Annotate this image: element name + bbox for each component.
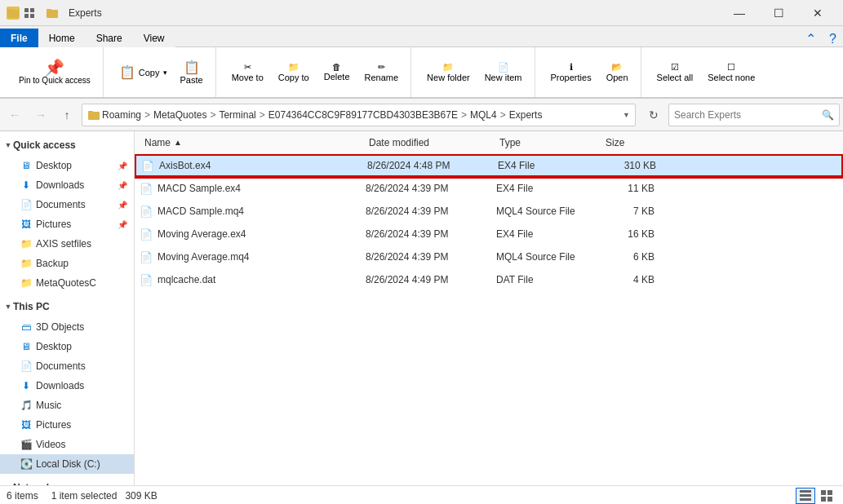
file-row-mqlcache[interactable]: 📄 mqlcache.dat 8/26/2024 4:49 PM DAT Fil… bbox=[135, 268, 843, 291]
file-row-macd-ex4[interactable]: 📄 MACD Sample.ex4 8/26/2024 4:39 PM EX4 … bbox=[135, 177, 843, 200]
crumb-roaming[interactable]: Roaming bbox=[102, 109, 141, 121]
ribbon: File Home Share View ⌃ ? 📌 Pin to Quick … bbox=[0, 26, 843, 99]
open-btn[interactable]: 📂 Open bbox=[601, 60, 634, 85]
col-header-name[interactable]: Name ▲ bbox=[138, 134, 362, 152]
close-button[interactable]: ✕ bbox=[799, 0, 836, 26]
pin-icon: 📌 bbox=[44, 60, 64, 76]
window-controls: — ☐ ✕ bbox=[721, 0, 836, 26]
newfolder-icon: 📁 bbox=[442, 62, 454, 73]
crumb-terminal[interactable]: Terminal bbox=[219, 109, 255, 121]
sidebar-item-pictures-pc[interactable]: 🖼 Pictures bbox=[0, 415, 134, 435]
title-bar: Experts — ☐ ✕ bbox=[0, 0, 843, 26]
tab-view[interactable]: View bbox=[133, 29, 175, 47]
search-box[interactable]: 🔍 bbox=[668, 104, 840, 126]
file-row-axisbot[interactable]: 📄 AxisBot.ex4 8/26/2024 4:48 PM EX4 File… bbox=[135, 154, 843, 177]
rename-btn[interactable]: ✏ Rename bbox=[359, 60, 405, 85]
tab-share[interactable]: Share bbox=[86, 29, 133, 47]
svg-rect-12 bbox=[800, 498, 811, 501]
sidebar-item-documents-quick[interactable]: 📄 Documents 📌 bbox=[0, 195, 134, 214]
crumb-experts[interactable]: Experts bbox=[509, 109, 543, 121]
minimize-button[interactable]: — bbox=[721, 0, 758, 26]
ma-mq4-filename: Moving Average.mq4 bbox=[158, 251, 250, 263]
file-row-ma-mq4[interactable]: 📄 Moving Average.mq4 8/26/2024 4:39 PM M… bbox=[135, 245, 843, 268]
title-folder-icon bbox=[46, 7, 59, 20]
svg-rect-11 bbox=[800, 494, 811, 497]
axisbot-size: 310 KB bbox=[597, 160, 663, 171]
macd-mq4-size: 7 KB bbox=[596, 206, 661, 217]
delete-btn[interactable]: 🗑 Delete bbox=[318, 60, 356, 85]
help-btn[interactable]: ? bbox=[823, 32, 843, 47]
network-header[interactable]: ► Network bbox=[0, 477, 134, 485]
sidebar-item-music[interactable]: 🎵 Music bbox=[0, 396, 134, 415]
this-pc-header[interactable]: ▼ This PC bbox=[0, 296, 134, 317]
copy-to-btn[interactable]: 📁 Copy to bbox=[273, 60, 315, 85]
this-pc-expander[interactable]: ▼ bbox=[3, 302, 13, 312]
macd-mq4-filename: MACD Sample.mq4 bbox=[158, 206, 244, 217]
sidebar-item-metaquotesc[interactable]: 📁 MetaQuotesC bbox=[0, 273, 134, 293]
address-chevron[interactable]: ▼ bbox=[623, 111, 630, 119]
new-item-btn[interactable]: 📄 New item bbox=[479, 60, 528, 85]
file-list-header: Name ▲ Date modified Type Size bbox=[135, 131, 843, 154]
file-list: 📄 AxisBot.ex4 8/26/2024 4:48 PM EX4 File… bbox=[135, 154, 843, 485]
tab-file[interactable]: File bbox=[0, 29, 38, 47]
delete-icon: 🗑 bbox=[332, 62, 341, 72]
select-none-btn[interactable]: ☐ Select none bbox=[702, 60, 761, 85]
crumb-metaquotes[interactable]: MetaQuotes bbox=[153, 109, 206, 121]
forward-button[interactable]: → bbox=[29, 104, 52, 126]
downloads-pc-icon: ⬇ bbox=[20, 379, 33, 392]
tab-home[interactable]: Home bbox=[38, 29, 86, 47]
axisbot-filename: AxisBot.ex4 bbox=[159, 160, 211, 171]
axis-folder-icon: 📁 bbox=[20, 237, 33, 250]
copy-btn[interactable]: 📋 Copy ▾ bbox=[113, 57, 173, 87]
sidebar-item-axis-setfiles[interactable]: 📁 AXIS setfiles bbox=[0, 234, 134, 254]
axisbot-file-icon: 📄 bbox=[140, 157, 156, 174]
select-all-btn[interactable]: ☑ Select all bbox=[651, 60, 699, 85]
pin-to-quick-access-btn[interactable]: 📌 Pin to Quick access bbox=[13, 57, 96, 87]
maximize-button[interactable]: ☐ bbox=[760, 0, 797, 26]
sidebar: ▼ Quick access 🖥 Desktop 📌 ⬇ Downloads 📌… bbox=[0, 131, 135, 485]
crumb-mql4[interactable]: MQL4 bbox=[470, 109, 497, 121]
sidebar-item-desktop-pc[interactable]: 🖥 Desktop bbox=[0, 337, 134, 356]
search-input[interactable] bbox=[674, 109, 819, 121]
crumb-hash[interactable]: E074364CC8C9F89177CBD4303BE3B67E bbox=[268, 109, 458, 121]
paste-btn[interactable]: 📋 Paste bbox=[175, 57, 209, 87]
ma-ex4-file-icon: 📄 bbox=[138, 226, 154, 242]
svg-rect-10 bbox=[800, 490, 811, 493]
move-to-btn[interactable]: ✂ Move to bbox=[226, 60, 269, 85]
sidebar-item-3dobjects[interactable]: 🗃 3D Objects bbox=[0, 317, 134, 337]
file-row-macd-mq4[interactable]: 📄 MACD Sample.mq4 8/26/2024 4:39 PM MQL4… bbox=[135, 200, 843, 223]
col-header-date[interactable]: Date modified bbox=[362, 134, 493, 152]
ribbon-group-new: 📁 New folder 📄 New item bbox=[415, 47, 535, 97]
sidebar-item-downloads-pc[interactable]: ⬇ Downloads bbox=[0, 376, 134, 396]
item-count: 6 items bbox=[7, 490, 38, 502]
network-expander[interactable]: ► bbox=[3, 483, 13, 485]
sidebar-item-downloads-quick[interactable]: ⬇ Downloads 📌 bbox=[0, 175, 134, 195]
sidebar-item-desktop[interactable]: 🖥 Desktop 📌 bbox=[0, 156, 134, 175]
col-header-size[interactable]: Size bbox=[599, 134, 664, 152]
refresh-button[interactable]: ↻ bbox=[642, 104, 665, 126]
address-bar[interactable]: Roaming > MetaQuotes > Terminal > E07436… bbox=[82, 104, 636, 126]
ma-mq4-date: 8/26/2024 4:39 PM bbox=[359, 251, 490, 263]
col-header-type[interactable]: Type bbox=[493, 134, 599, 152]
tiles-view-btn[interactable] bbox=[817, 488, 836, 504]
sidebar-item-videos[interactable]: 🎬 Videos bbox=[0, 435, 134, 454]
ma-mq4-size: 6 KB bbox=[596, 251, 661, 263]
ma-ex4-filename: Moving Average.ex4 bbox=[158, 228, 246, 240]
back-button[interactable]: ← bbox=[3, 104, 26, 126]
svg-rect-4 bbox=[24, 14, 29, 18]
sidebar-item-local-disk[interactable]: 💽 Local Disk (C:) bbox=[0, 454, 134, 474]
ribbon-collapse-btn[interactable]: ⌃ bbox=[799, 31, 823, 47]
up-button[interactable]: ↑ bbox=[55, 104, 78, 126]
file-name-cell-macd-ex4: 📄 MACD Sample.ex4 bbox=[135, 180, 359, 197]
properties-btn[interactable]: ℹ Properties bbox=[545, 60, 597, 85]
quick-access-expander[interactable]: ▼ bbox=[3, 140, 13, 150]
selected-info: 1 item selected 309 KB bbox=[51, 490, 158, 502]
file-row-ma-ex4[interactable]: 📄 Moving Average.ex4 8/26/2024 4:39 PM E… bbox=[135, 223, 843, 245]
new-folder-btn[interactable]: 📁 New folder bbox=[421, 60, 476, 85]
sidebar-item-pictures-quick[interactable]: 🖼 Pictures 📌 bbox=[0, 214, 134, 234]
sidebar-item-documents-pc[interactable]: 📄 Documents bbox=[0, 356, 134, 376]
sidebar-item-backup[interactable]: 📁 Backup bbox=[0, 254, 134, 273]
documents-quick-icon: 📄 bbox=[20, 198, 33, 211]
details-view-btn[interactable] bbox=[796, 488, 815, 504]
quick-access-header[interactable]: ▼ Quick access bbox=[0, 135, 134, 156]
